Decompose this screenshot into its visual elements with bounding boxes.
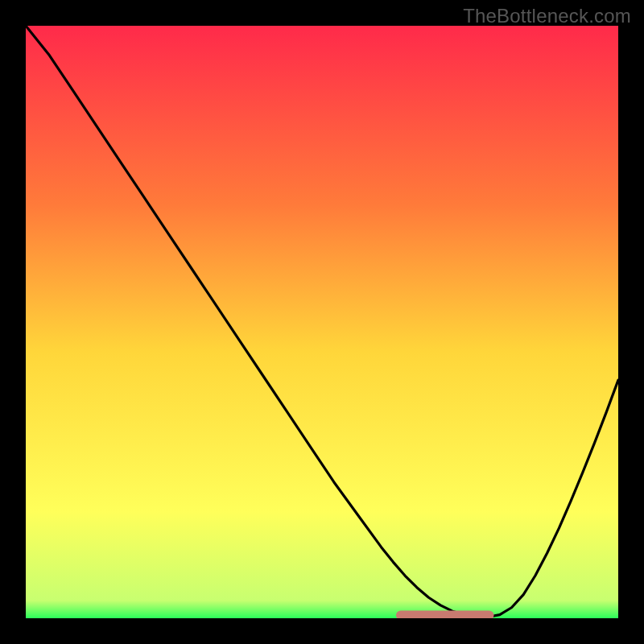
- svg-rect-0: [26, 26, 618, 618]
- watermark-text: TheBottleneck.com: [463, 5, 631, 27]
- chart-container: TheBottleneck.com: [0, 0, 644, 644]
- svg-rect-1: [396, 610, 493, 618]
- chart-plot-area: [26, 26, 618, 618]
- chart-svg: [26, 26, 618, 618]
